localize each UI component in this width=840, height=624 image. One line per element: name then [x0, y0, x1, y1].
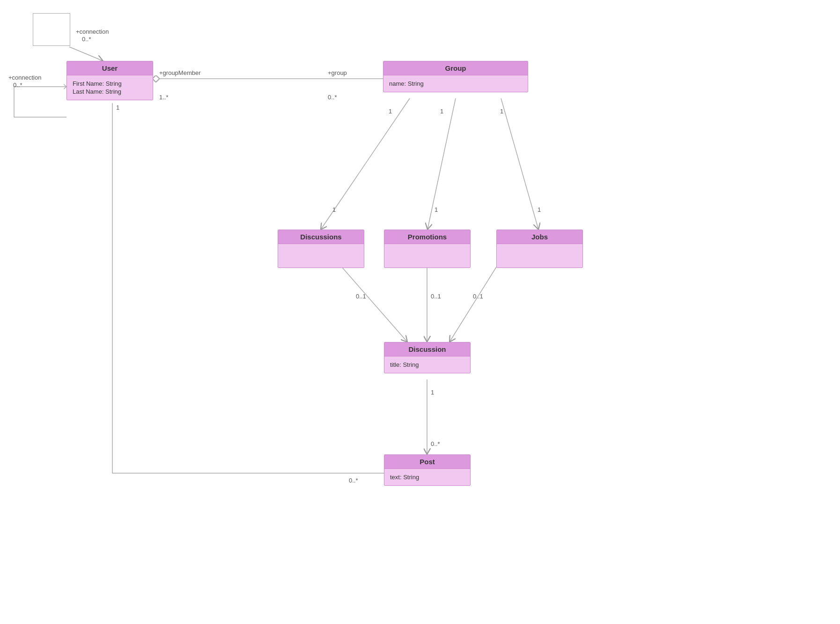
label-group-mult: 0..*	[328, 94, 337, 101]
label-post-left: 0..*	[349, 477, 358, 484]
label-jobs-to-discussion: 0..1	[473, 293, 483, 300]
class-group-body: name: String	[383, 75, 528, 92]
class-promotions-header: Promotions	[384, 230, 470, 244]
label-grp-disc-top: 1	[389, 108, 392, 115]
self-ref-box	[33, 13, 70, 46]
attr-title: title: String	[390, 361, 464, 368]
label-user-1: 1	[116, 104, 119, 111]
label-disc-to-discussion: 0..1	[356, 293, 366, 300]
uml-diagram: +connection 0..* +connection 0..* +group…	[0, 0, 840, 624]
label-prom-to-discussion: 0..1	[431, 293, 441, 300]
label-discussion-to-post-top: 1	[431, 389, 434, 396]
label-grp-prom-top: 1	[440, 108, 443, 115]
class-promotions[interactable]: Promotions	[384, 230, 471, 268]
class-jobs-body	[497, 244, 582, 267]
label-grp-disc-bot: 1	[332, 206, 336, 213]
attr-last-name: Last Name: String	[73, 88, 147, 95]
class-jobs-header: Jobs	[497, 230, 582, 244]
attr-group-name: name: String	[389, 80, 522, 87]
svg-line-1	[69, 47, 103, 61]
attr-text: text: String	[390, 474, 464, 481]
class-discussion-body: title: String	[384, 357, 470, 373]
class-user[interactable]: User First Name: String Last Name: Strin…	[66, 61, 153, 100]
label-connection-top-mult: 0..*	[82, 36, 91, 43]
label-grp-jobs-bot: 1	[538, 206, 541, 213]
label-group-member-mult: 1..*	[159, 94, 169, 101]
class-discussions-body	[278, 244, 364, 267]
label-discussion-to-post-bot: 0..*	[431, 440, 440, 447]
class-group[interactable]: Group name: String	[383, 61, 528, 92]
svg-line-6	[342, 267, 407, 342]
class-user-header: User	[67, 61, 153, 75]
class-post-body: text: String	[384, 469, 470, 485]
class-post[interactable]: Post text: String	[384, 454, 471, 486]
label-grp-jobs-top: 1	[500, 108, 503, 115]
class-jobs[interactable]: Jobs	[496, 230, 583, 268]
label-connection-top: +connection	[76, 28, 109, 35]
class-discussion[interactable]: Discussion title: String	[384, 342, 471, 373]
class-discussion-header: Discussion	[384, 342, 470, 357]
label-connection-left-mult: 0..*	[13, 82, 22, 89]
label-connection-left: +connection	[8, 74, 41, 81]
class-post-header: Post	[384, 455, 470, 469]
class-user-body: First Name: String Last Name: String	[67, 75, 153, 100]
label-group-member: +groupMember	[159, 69, 201, 76]
svg-line-4	[427, 98, 456, 230]
class-group-header: Group	[383, 61, 528, 75]
class-discussions-header: Discussions	[278, 230, 364, 244]
svg-line-8	[449, 267, 496, 342]
label-grp-prom-bot: 1	[435, 206, 438, 213]
label-group: +group	[328, 69, 347, 76]
class-promotions-body	[384, 244, 470, 267]
attr-first-name: First Name: String	[73, 80, 147, 87]
svg-line-5	[501, 98, 538, 230]
class-discussions[interactable]: Discussions	[278, 230, 364, 268]
